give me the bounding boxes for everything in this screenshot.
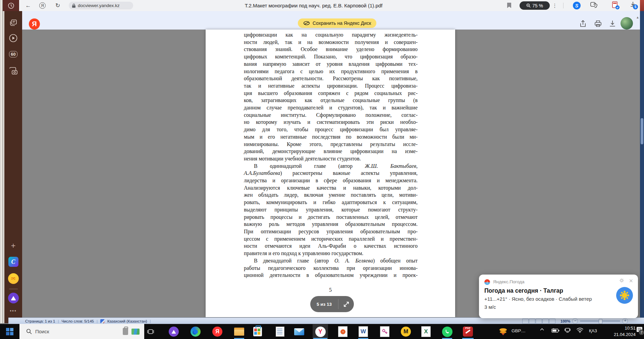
share-button[interactable] xyxy=(580,20,587,28)
shazam-extension-icon[interactable]: S xyxy=(573,2,581,9)
taskbar-edge[interactable] xyxy=(190,326,201,337)
timer-60-icon[interactable]: 60 xyxy=(4,51,22,57)
view-fullscreen-button[interactable] xyxy=(529,319,535,324)
zoom-in-button[interactable]: + xyxy=(622,318,628,324)
zoom-slider-thumb[interactable] xyxy=(599,319,602,324)
toolbar-divider xyxy=(563,3,564,8)
task-view-icon xyxy=(147,329,154,335)
taskbar-explorer[interactable] xyxy=(233,326,245,337)
word-language[interactable]: Казахский (Казахстан) xyxy=(107,319,147,323)
word-zoom-level[interactable]: 100% xyxy=(560,319,570,323)
taskbar-access[interactable] xyxy=(379,326,390,337)
luggage-icon xyxy=(123,328,128,335)
view-draft-button[interactable] xyxy=(549,319,555,324)
canva-shortcut[interactable]: C xyxy=(4,257,22,267)
taskbar-store[interactable] xyxy=(252,326,263,337)
taskbar-mail[interactable] xyxy=(293,326,305,337)
history-panel-button[interactable] xyxy=(3,0,19,11)
task-view-button[interactable] xyxy=(145,326,156,337)
alice-icon xyxy=(8,293,19,303)
weather-condition-badge xyxy=(616,287,633,304)
browser-menu-button[interactable]: ⋮ xyxy=(551,0,558,11)
print-button[interactable] xyxy=(594,20,602,28)
doc-line: мым и его негативные последствия по возм… xyxy=(244,133,418,141)
tabs-panel-icon[interactable] xyxy=(4,18,22,27)
tray-language[interactable]: ҚАЗ xyxy=(589,328,597,333)
weather-close-icon[interactable]: ✕ xyxy=(629,278,633,284)
view-web-layout-button[interactable] xyxy=(536,319,542,324)
yandex-weather-icon: t xyxy=(484,279,490,285)
doc-line: В двенадцатой главе (автор О. А. Беляева… xyxy=(244,257,418,264)
tray-currency-app[interactable] xyxy=(497,326,509,337)
tray-clock[interactable]: 10:51 21.04.2024 xyxy=(604,325,636,338)
cast-screen-icon[interactable] xyxy=(564,327,571,334)
tray-currency-label[interactable]: GBP… xyxy=(512,328,526,333)
yandex-browser-icon: Y xyxy=(315,327,326,337)
taskbar-moodle[interactable]: M xyxy=(400,326,412,337)
weather-title: Погода на сегодня · Талгар xyxy=(484,287,563,294)
address-bar[interactable]: docviewer.yandex.kz xyxy=(69,2,133,9)
sidebar-more-button[interactable]: ••• xyxy=(4,308,22,313)
taskbar-pdf-editor[interactable]: PDF xyxy=(462,326,474,337)
page-zoom-badge[interactable]: 75 % xyxy=(520,1,550,10)
alice-shortcut[interactable] xyxy=(4,293,22,303)
weather-settings-icon[interactable] xyxy=(619,278,624,284)
doc-line: ности людей, так и на возможности получе… xyxy=(244,39,418,46)
zoom-slider[interactable] xyxy=(580,321,620,322)
doc-line: цифровых компетенций. Показано, что цифр… xyxy=(244,53,418,60)
taskbar-alice[interactable] xyxy=(168,326,179,337)
start-button[interactable] xyxy=(4,326,15,337)
spellcheck-icon[interactable] xyxy=(100,319,105,323)
documents-icon xyxy=(276,327,284,337)
back-button[interactable]: ← xyxy=(24,0,32,11)
fullscreen-button[interactable] xyxy=(338,301,354,307)
yandex-logo[interactable]: Я xyxy=(29,18,40,30)
tab-title: Т.2.Макет монографии под науч. ред. Е.В.… xyxy=(141,0,486,11)
scrollbar-track[interactable] xyxy=(640,11,644,323)
doc-line: данном случае преподавателей и студентов… xyxy=(244,104,418,111)
user-avatar[interactable] xyxy=(621,17,633,30)
yandex-services-icon[interactable]: Я xyxy=(39,2,46,9)
doc-line: лидерства и организации в сфере образова… xyxy=(244,177,418,184)
view-print-layout-button[interactable] xyxy=(522,319,529,324)
word-page-count[interactable]: Страница: 1 из 1 xyxy=(25,319,55,323)
play-media-icon[interactable] xyxy=(4,34,22,43)
taskbar-search[interactable]: Поиск xyxy=(19,324,144,339)
action-center-button[interactable]: 7 xyxy=(637,327,642,332)
screenshot-icon[interactable] xyxy=(4,66,22,75)
taskbar-yandex-browser[interactable]: Y xyxy=(315,326,326,337)
wifi-icon[interactable] xyxy=(576,327,584,334)
doc-line: нения мотивации учебной деятельности сту… xyxy=(244,155,418,162)
taskbar-yandex-search[interactable]: Я xyxy=(212,326,223,337)
bookmark-button[interactable] xyxy=(507,3,511,8)
taskbar-whatsapp[interactable] xyxy=(441,326,453,337)
pdf-extension-icon[interactable] xyxy=(611,1,620,11)
taskbar-excel[interactable]: X xyxy=(420,326,432,337)
add-panel-icon[interactable]: + xyxy=(4,241,22,250)
store-icon xyxy=(253,327,262,336)
download-file-button[interactable] xyxy=(609,20,616,28)
zoom-out-button[interactable]: − xyxy=(572,318,578,324)
yandex-disk-icon xyxy=(303,21,310,26)
tab-groups-icon[interactable] xyxy=(590,2,598,10)
yandex-mail-shortcut[interactable]: ✉ xyxy=(4,273,22,284)
scrollbar-thumb[interactable] xyxy=(641,118,643,144)
taskbar-docviewer[interactable] xyxy=(274,326,286,337)
save-to-disk-button[interactable]: Сохранить на Яндекс Диск xyxy=(298,18,376,28)
timer-60-label: 60 xyxy=(9,51,17,57)
collapse-chevron-icon[interactable]: ▲ xyxy=(636,15,639,19)
alice-app-icon xyxy=(169,327,179,337)
downloads-button[interactable]: 5 xyxy=(630,1,636,9)
view-outline-button[interactable] xyxy=(542,319,549,324)
powerpoint-icon: ◔ xyxy=(338,326,347,337)
tray-expand-chevron[interactable] xyxy=(539,327,545,334)
doc-line: социальные институты. Сформулировано пол… xyxy=(244,111,418,119)
refresh-button[interactable]: ↻ xyxy=(54,0,62,11)
whatsapp-icon xyxy=(442,327,452,337)
word-word-count[interactable]: Число слов: 5/145 xyxy=(61,319,94,323)
battery-icon[interactable] xyxy=(551,328,559,334)
explorer-icon xyxy=(234,328,244,336)
taskbar-word[interactable]: W xyxy=(358,326,369,337)
taskbar-powerpoint[interactable]: ◔ xyxy=(337,326,348,337)
doc-line: вания напрямую зависит от уровня владени… xyxy=(244,60,418,68)
